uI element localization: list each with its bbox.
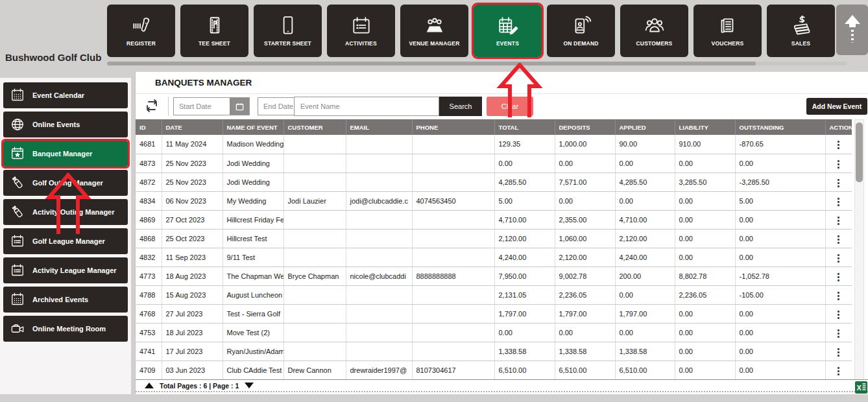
cell-outstanding: 0.00: [735, 154, 825, 172]
row-actions-kebab-icon[interactable]: [834, 364, 843, 378]
start-date-calendar-button[interactable]: [230, 98, 249, 115]
toolbar-button-label: TEE SHEET: [199, 40, 230, 47]
toolbar-button-register[interactable]: REGISTER: [107, 5, 175, 57]
sidebar-item-activity-league-manager[interactable]: Activity League Manager: [3, 257, 128, 283]
column-header-phone[interactable]: PHONE: [412, 119, 494, 135]
column-header-customer[interactable]: CUSTOMER: [283, 119, 346, 135]
cell-outstanding: 0.00: [735, 229, 825, 248]
cell-email: drewraider1997@: [346, 361, 412, 379]
row-actions-kebab-icon[interactable]: [834, 158, 843, 171]
start-date-input[interactable]: [174, 98, 230, 115]
column-header-id[interactable]: ID: [136, 119, 162, 135]
cell-phone: 8888888888: [412, 266, 494, 285]
column-header-email[interactable]: EMAIL: [346, 119, 412, 135]
column-header-name-of-event[interactable]: NAME OF EVENT: [223, 119, 283, 135]
row-actions-kebab-icon[interactable]: [834, 289, 843, 303]
cell-action: [825, 135, 852, 154]
row-actions-kebab-icon[interactable]: [834, 308, 843, 322]
row-actions-kebab-icon[interactable]: [834, 233, 843, 246]
cell-deposits: 1,000.00: [555, 135, 615, 154]
cell-phone: [412, 323, 494, 342]
cell-phone: [412, 135, 494, 154]
toolbar-button-activities[interactable]: ACTIVITIES: [327, 5, 395, 57]
toolbar-button-label: ON DEMAND: [563, 40, 598, 47]
cell-name-of-event: Test - Sierra Golf: [223, 304, 283, 323]
sidebar-item-online-meeting-room[interactable]: Online Meeting Room: [3, 316, 128, 342]
cell-phone: [412, 172, 494, 191]
sidebar-item-banquet-manager[interactable]: Banquet Manager: [3, 141, 128, 167]
golf-bag-icon: [10, 204, 25, 220]
toolbar-button-label: SALES: [791, 40, 810, 47]
cell-customer: [283, 229, 346, 248]
table-row: 486927 Oct 2023Hillcrest Friday Fea4,710…: [136, 210, 852, 229]
cell-outstanding: 0.00: [735, 248, 825, 266]
toolbar-button-vouchers[interactable]: VOUCHERS: [693, 5, 762, 57]
column-header-total[interactable]: TOTAL: [494, 119, 555, 135]
toolbar-button-label: ACTIVITIES: [345, 40, 377, 47]
row-actions-kebab-icon[interactable]: [834, 195, 843, 209]
toolbar-button-tee-sheet[interactable]: TEE SHEET: [180, 5, 248, 57]
cell-id: 4788: [136, 285, 162, 304]
cell-applied: 0.00: [615, 191, 675, 210]
row-actions-kebab-icon[interactable]: [834, 214, 843, 228]
column-header-applied[interactable]: APPLIED: [615, 119, 675, 135]
cell-email: [346, 323, 412, 342]
cell-id: 4834: [136, 191, 162, 210]
toolbar-scroll-up-button[interactable]: [836, 5, 868, 55]
toolbar-button-customers[interactable]: CUSTOMERS: [620, 5, 688, 57]
toolbar-button-sales[interactable]: SALES: [767, 5, 835, 57]
toolbar-button-events[interactable]: EVENTS: [474, 5, 542, 57]
toolbar-button-venue-manager[interactable]: VENUE MANAGER: [400, 5, 468, 57]
sidebar-item-event-calendar[interactable]: Event Calendar: [3, 82, 128, 108]
cell-liability: 0.00: [675, 361, 735, 379]
row-actions-kebab-icon[interactable]: [834, 138, 843, 152]
cell-name-of-event: Madison Wedding: [223, 135, 283, 154]
table-row: 474117 Jul 2023Ryan/Justin/Adam1,338.581…: [136, 342, 852, 361]
toolbar-button-on-demand[interactable]: ON DEMAND: [547, 5, 615, 57]
row-actions-kebab-icon[interactable]: [834, 252, 843, 265]
row-actions-kebab-icon[interactable]: [834, 346, 843, 359]
sidebar-item-golf-outing-manager[interactable]: Golf Outing Manager: [3, 170, 128, 196]
add-new-event-button[interactable]: Add New Event: [806, 98, 867, 115]
sidebar-item-activity-outing-manager[interactable]: Activity Outing Manager: [3, 199, 128, 225]
column-header-date[interactable]: DATE: [162, 119, 223, 135]
cell-date: 27 Oct 2023: [162, 210, 223, 229]
toolbar-scrollbar-thumb[interactable]: [107, 62, 756, 65]
column-header-outstanding[interactable]: OUTSTANDING: [735, 119, 825, 135]
sidebar-item-online-events[interactable]: Online Events: [3, 112, 128, 137]
cell-name-of-event: My Wedding: [223, 191, 283, 210]
page-up-icon[interactable]: [145, 383, 154, 388]
cell-applied: 4,240.00: [615, 248, 675, 266]
barcode-scanner-icon: [130, 15, 152, 37]
row-actions-kebab-icon[interactable]: [834, 176, 843, 190]
cell-name-of-event: Hillcrest Friday Fea: [223, 210, 283, 229]
cell-id: 4832: [136, 248, 162, 266]
toolbar-button-starter-sheet[interactable]: STARTER SHEET: [254, 5, 322, 57]
column-header-deposits[interactable]: DEPOSITS: [555, 119, 615, 135]
svg-text:X: X: [856, 384, 862, 392]
table-scrollbar-thumb[interactable]: [856, 123, 863, 182]
sidebar-item-archived-events[interactable]: Archived Events: [3, 287, 128, 313]
event-name-input[interactable]: [294, 97, 439, 116]
cell-date: 27 Jul 2023: [162, 304, 223, 323]
cell-outstanding: 5.00: [735, 191, 825, 210]
pagination-bar: Total Pages : 6 | Page : 1: [136, 379, 868, 392]
cell-liability: 2,236.05: [675, 285, 735, 304]
clear-button[interactable]: Clear: [487, 97, 533, 116]
cell-date: 15 Aug 2023: [162, 285, 223, 304]
refresh-button[interactable]: [143, 98, 160, 115]
cell-applied: 0.00: [615, 285, 675, 304]
row-actions-kebab-icon[interactable]: [834, 327, 843, 340]
cell-phone: [412, 248, 494, 266]
tablet-icon: [277, 15, 299, 37]
row-actions-kebab-icon[interactable]: [834, 270, 843, 284]
page-down-icon[interactable]: [245, 383, 254, 388]
export-excel-button[interactable]: X: [854, 381, 867, 394]
banquets-manager-panel: BANQUETS MANAGER: [135, 71, 868, 394]
sidebar-item-golf-league-manager[interactable]: Golf League Manager: [3, 228, 128, 254]
cell-date: 25 Nov 2023: [162, 172, 223, 191]
search-button[interactable]: Search: [439, 97, 482, 116]
column-header-liability[interactable]: LIABILITY: [675, 119, 735, 135]
table-row: 468111 May 2024Madison Wedding129.351,00…: [136, 135, 852, 154]
column-header-action[interactable]: ACTION: [825, 119, 852, 135]
